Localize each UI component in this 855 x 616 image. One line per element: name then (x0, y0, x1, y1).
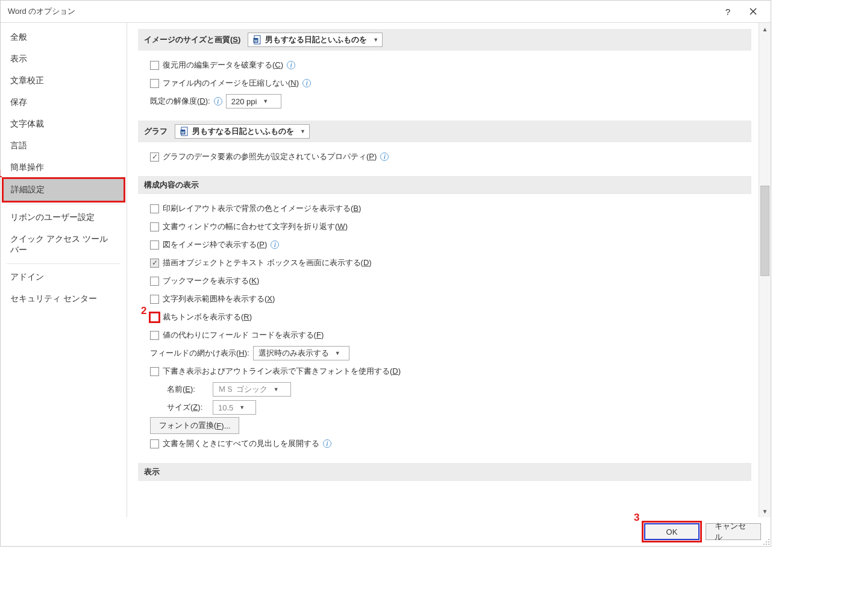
info-icon[interactable]: i (323, 439, 331, 448)
expand-headings-label: 文書を開くときにすべての見出しを展開する (163, 438, 319, 449)
chevron-down-icon: ▼ (274, 386, 279, 392)
scroll-thumb[interactable] (760, 186, 769, 276)
no-compress-label: ファイル内のイメージを圧縮しない(N) (163, 78, 299, 89)
discard-edit-data-label: 復元用の編集データを破棄する(C) (163, 60, 283, 71)
draft-font-size-label: サイズ(Z): (167, 402, 209, 413)
section-header-display: 表示 (138, 463, 751, 481)
sidebar: 全般 表示 文章校正 保存 文字体裁 言語 簡単操作 詳細設定 リボンのユーザー… (1, 23, 127, 517)
sidebar-item-typography[interactable]: 文字体裁 (3, 113, 124, 135)
show-bookmarks-label: ブックマークを表示する(K) (163, 275, 259, 286)
default-resolution-label: 既定の解像度(D): (150, 96, 210, 107)
chevron-down-icon: ▼ (300, 128, 305, 134)
scroll-down-button[interactable]: ▼ (759, 505, 771, 517)
show-textbounds-label: 文字列表示範囲枠を表示する(X) (163, 294, 275, 304)
ok-button[interactable]: OK (644, 523, 700, 540)
sidebar-item-proofing[interactable]: 文章校正 (3, 70, 124, 92)
show-textbounds-checkbox[interactable] (150, 295, 159, 304)
chevron-down-icon: ▼ (239, 404, 245, 410)
section-title-chart: グラフ (144, 126, 168, 137)
sidebar-item-ease[interactable]: 簡単操作 (3, 157, 124, 178)
chart-doc-value: 男もすなる日記といふものを (192, 126, 294, 137)
word-doc-icon: W (180, 127, 190, 136)
discard-edit-data-checkbox[interactable] (150, 61, 159, 70)
content-pane: イメージのサイズと画質(S) W 男もすなる日記といふものを ▼ 復 (127, 23, 759, 517)
section-title-showcontent: 構成内容の表示 (144, 180, 199, 190)
sidebar-item-quickaccess[interactable]: クイック アクセス ツール バー (3, 228, 124, 261)
chevron-down-icon: ▼ (263, 98, 268, 104)
show-bookmarks-checkbox[interactable] (150, 277, 159, 286)
draft-font-name-label: 名前(E): (167, 384, 209, 395)
vertical-scrollbar[interactable]: ▲ ▼ (759, 23, 771, 517)
sidebar-item-general[interactable]: 全般 (3, 27, 124, 48)
picture-placeholder-label: 図をイメージ枠で表示する(P) (163, 239, 267, 250)
chart-doc-dropdown[interactable]: W 男もすなる日記といふものを ▼ (175, 124, 310, 139)
options-dialog: Word のオプション ? 全般 表示 文章校正 保存 文字体裁 言語 簡単操作… (0, 0, 771, 547)
draft-font-size-dropdown[interactable]: 10.5 ▼ (213, 400, 256, 415)
show-fieldcodes-checkbox[interactable] (150, 331, 159, 340)
word-doc-icon: W (253, 35, 263, 45)
chevron-down-icon: ▼ (373, 37, 378, 43)
cancel-button[interactable]: キャンセル (706, 523, 761, 540)
info-icon[interactable]: i (380, 152, 389, 161)
sidebar-item-advanced[interactable]: 詳細設定 (3, 178, 124, 201)
wrap-text-label: 文書ウィンドウの幅に合わせて文字列を折り返す(W) (163, 221, 348, 232)
wrap-text-checkbox[interactable] (150, 222, 159, 231)
show-drawings-checkbox[interactable] (150, 259, 159, 268)
show-cropmarks-checkbox[interactable] (150, 313, 159, 322)
image-doc-dropdown[interactable]: W 男もすなる日記といふものを ▼ (248, 33, 383, 47)
draft-font-label: 下書き表示およびアウトライン表示で下書きフォントを使用する(D) (163, 366, 401, 377)
sidebar-item-ribbon[interactable]: リボンのユーザー設定 (3, 207, 124, 228)
info-icon[interactable]: i (214, 97, 222, 105)
field-shading-label: フィールドの網かけ表示(H): (150, 348, 249, 359)
show-bg-checkbox[interactable] (150, 204, 159, 213)
close-icon (750, 8, 757, 15)
show-drawings-label: 描画オブジェクトとテキスト ボックスを画面に表示する(D) (163, 257, 372, 268)
dialog-footer: OK キャンセル (1, 517, 771, 546)
field-shading-value: 選択時のみ表示する (258, 348, 329, 359)
help-button[interactable]: ? (715, 3, 741, 20)
draft-font-size-value: 10.5 (218, 403, 233, 412)
font-substitution-button[interactable]: フォントの置換(F)... (150, 417, 239, 434)
svg-text:W: W (254, 39, 258, 43)
image-doc-value: 男もすなる日記といふものを (265, 34, 367, 45)
sidebar-divider (7, 263, 121, 264)
section-header-image: イメージのサイズと画質(S) W 男もすなる日記といふものを ▼ (138, 29, 751, 51)
scroll-up-button[interactable]: ▲ (759, 23, 771, 35)
titlebar: Word のオプション ? (1, 1, 771, 22)
draft-font-name-dropdown[interactable]: ＭＳ ゴシック ▼ (213, 382, 291, 397)
picture-placeholder-checkbox[interactable] (150, 240, 159, 250)
sidebar-item-addins[interactable]: アドイン (3, 266, 124, 288)
sidebar-item-language[interactable]: 言語 (3, 135, 124, 157)
section-title-display: 表示 (144, 467, 160, 477)
close-button[interactable] (741, 3, 766, 20)
section-header-showcontent: 構成内容の表示 (138, 176, 751, 194)
expand-headings-checkbox[interactable] (150, 439, 159, 448)
sidebar-divider (7, 204, 121, 204)
sidebar-item-display[interactable]: 表示 (3, 48, 124, 70)
show-cropmarks-label: 裁ちトンボを表示する(R) (163, 312, 252, 322)
svg-text:W: W (181, 131, 185, 134)
window-title: Word のオプション (8, 6, 715, 17)
sidebar-item-save[interactable]: 保存 (3, 92, 124, 113)
info-icon[interactable]: i (271, 240, 279, 249)
chart-ref-label: グラフのデータ要素の参照先が設定されているプロパティ(P) (163, 151, 377, 162)
sidebar-item-trust[interactable]: セキュリティ センター (3, 288, 124, 310)
default-resolution-value: 220 ppi (231, 97, 257, 106)
draft-font-name-value: ＭＳ ゴシック (218, 384, 268, 395)
chart-ref-checkbox[interactable] (150, 152, 159, 162)
info-icon[interactable]: i (287, 61, 295, 69)
show-bg-label: 印刷レイアウト表示で背景の色とイメージを表示する(B) (163, 203, 361, 214)
chevron-down-icon: ▼ (335, 350, 340, 356)
resize-grip[interactable] (762, 538, 769, 545)
info-icon[interactable]: i (302, 79, 311, 87)
section-title-image: イメージのサイズと画質(S) (144, 34, 240, 45)
show-fieldcodes-label: 値の代わりにフィールド コードを表示する(F) (163, 330, 324, 341)
no-compress-checkbox[interactable] (150, 79, 159, 88)
draft-font-checkbox[interactable] (150, 367, 159, 376)
default-resolution-dropdown[interactable]: 220 ppi ▼ (226, 94, 281, 108)
section-header-chart: グラフ W 男もすなる日記といふものを ▼ (138, 121, 751, 142)
field-shading-dropdown[interactable]: 選択時のみ表示する ▼ (253, 346, 349, 360)
